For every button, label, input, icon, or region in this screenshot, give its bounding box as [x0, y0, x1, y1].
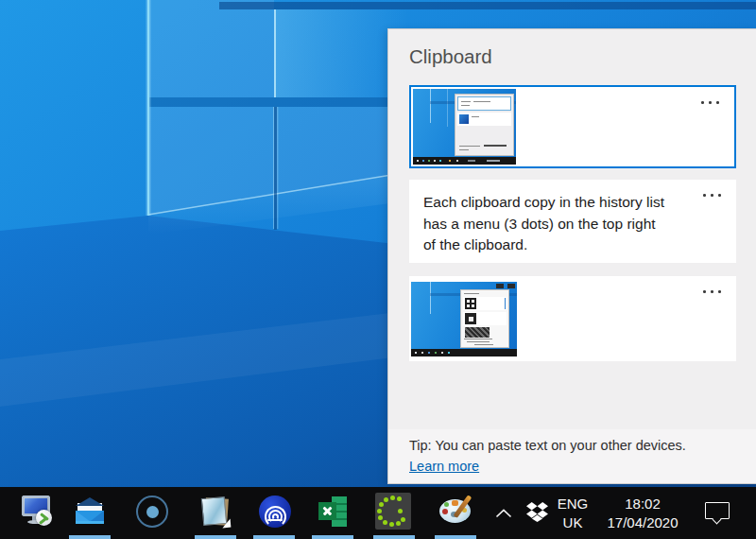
- tray-language-indicator[interactable]: ENG UK: [554, 495, 592, 531]
- clipboard-history-panel: Clipboard: [387, 28, 756, 484]
- clipboard-thumbnail-1: [413, 89, 516, 165]
- learn-more-link[interactable]: Learn more: [409, 459, 479, 474]
- taskbar-notepad-icon[interactable]: [195, 487, 236, 539]
- clipboard-item-image-1[interactable]: [409, 85, 736, 168]
- tray-overflow-chevron-icon[interactable]: [487, 487, 519, 539]
- taskbar-steps-recorder-icon[interactable]: [131, 487, 173, 539]
- item-menu-button-1[interactable]: [701, 101, 720, 105]
- tray-clock[interactable]: 18:02 17/04/2020: [593, 495, 692, 531]
- taskbar-connect-app-icon[interactable]: [253, 487, 295, 539]
- taskbar-remote-desktop-icon[interactable]: [16, 487, 58, 539]
- taskbar-paint-palette-icon[interactable]: [435, 487, 476, 539]
- clipboard-text-content: Each clipboard copy in the history list …: [423, 192, 664, 256]
- taskbar-greenshot-icon[interactable]: [373, 487, 415, 539]
- windows-desktop: Clipboard: [0, 0, 756, 539]
- tip-footer: Tip: You can paste text on your other de…: [388, 429, 756, 483]
- item-menu-button-3[interactable]: [703, 290, 722, 294]
- taskbar-mail-icon[interactable]: [69, 487, 111, 539]
- tray-action-center-icon[interactable]: [693, 487, 740, 539]
- clipboard-thumbnail-2: [411, 282, 517, 356]
- clipboard-item-image-2[interactable]: [409, 276, 736, 361]
- panel-title: Clipboard: [409, 45, 492, 68]
- tray-dropbox-icon[interactable]: [521, 487, 555, 539]
- taskbar-excel-icon[interactable]: [312, 487, 353, 539]
- taskbar: ENG UK 18:02 17/04/2020: [0, 487, 756, 539]
- item-menu-button-2[interactable]: [703, 194, 722, 198]
- tip-text: Tip: You can paste text on your other de…: [409, 438, 686, 453]
- clipboard-item-text[interactable]: Each clipboard copy in the history list …: [409, 180, 736, 263]
